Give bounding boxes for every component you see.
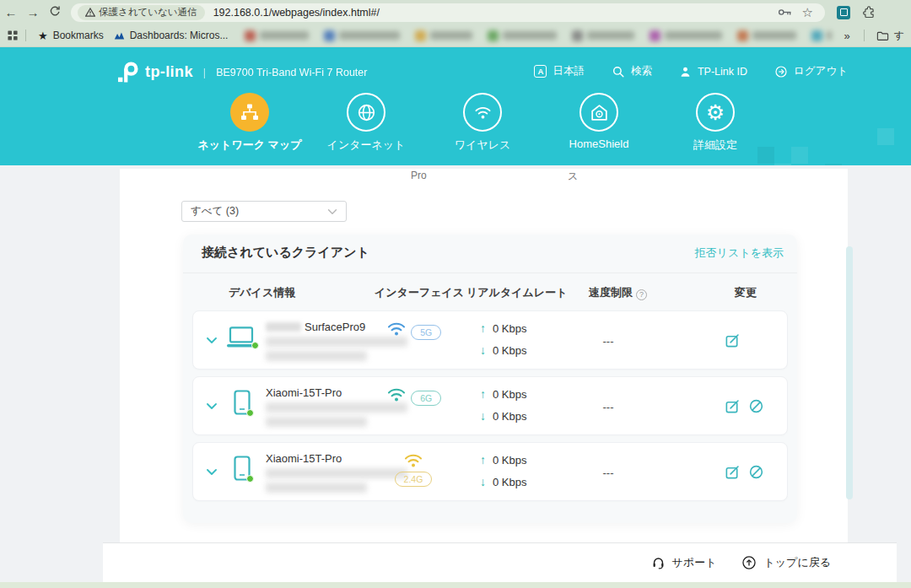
upload-rate: 0 Kbps — [493, 322, 526, 335]
download-arrow-icon: ↓ — [480, 476, 486, 488]
blurred-bookmarks — [245, 30, 832, 41]
search-button[interactable]: 検索 — [612, 64, 652, 78]
wifi-band-icon — [402, 451, 424, 467]
upload-arrow-icon: ↑ — [480, 388, 486, 400]
bookmarks-folder-item[interactable]: ★ Bookmarks — [38, 30, 104, 41]
upload-arrow-icon: ↑ — [480, 454, 486, 466]
help-icon[interactable]: ? — [636, 289, 647, 300]
expand-chevron-icon[interactable] — [206, 468, 218, 476]
nav-item-network-map[interactable]: ネットワーク マップ — [199, 93, 300, 153]
nav-item-internet[interactable]: インターネット — [315, 93, 417, 153]
password-key-icon[interactable] — [778, 7, 792, 18]
brand: tp-link | BE9700 Tri-Band Wi-Fi 7 Router — [117, 62, 367, 83]
page-footer: サポート トップに戻る — [103, 542, 897, 582]
block-icon[interactable] — [748, 464, 764, 480]
model-label: BE9700 Tri-Band Wi-Fi 7 Router — [216, 67, 367, 78]
realtime-rate-cell: ↑0 Kbps ↓0 Kbps — [480, 453, 526, 488]
interface-cell: 6G — [384, 386, 443, 406]
download-rate: 0 Kbps — [493, 344, 526, 357]
online-status-dot — [251, 342, 259, 349]
tplink-logo — [117, 62, 140, 83]
nav-item-wireless[interactable]: ワイヤレス — [432, 93, 533, 153]
search-label: 検索 — [631, 64, 652, 78]
reload-button[interactable] — [44, 4, 66, 20]
language-button[interactable]: A 日本語 — [534, 64, 585, 78]
band-badge: 6G — [411, 391, 441, 406]
band-badge: 5G — [411, 325, 441, 340]
edit-icon[interactable] — [725, 398, 741, 414]
wifi-band-icon — [385, 386, 407, 402]
bookmark-star-icon[interactable]: ☆ — [802, 6, 813, 19]
expand-chevron-icon[interactable] — [206, 402, 218, 410]
dashboards-bookmark[interactable]: Dashboards: Micros... — [114, 30, 229, 41]
nav-item-homeshield[interactable]: HomeShield — [548, 93, 650, 153]
blurred-ip — [266, 483, 367, 493]
nav-label: インターネット — [327, 138, 406, 153]
upload-rate: 0 Kbps — [493, 388, 526, 401]
omnibox[interactable]: 保護されていない通信 192.168.0.1/webpages/index.ht… — [71, 3, 825, 22]
edit-icon[interactable] — [725, 464, 741, 480]
forward-button[interactable]: → — [22, 5, 44, 19]
support-label: サポート — [672, 555, 717, 570]
clipped-device-label: ス — [568, 170, 578, 184]
back-button[interactable]: ← — [0, 5, 22, 19]
col-modify: 変更 — [735, 285, 757, 300]
block-icon[interactable] — [748, 398, 764, 414]
realtime-rate-cell: ↑0 Kbps ↓0 Kbps — [480, 387, 526, 423]
star-icon: ★ — [38, 30, 48, 41]
col-realtime-rate: リアルタイムレート — [466, 285, 567, 300]
nav-item-advanced-settings[interactable]: ⚙ 詳細設定 — [665, 93, 766, 153]
security-badge[interactable]: 保護されていない通信 — [78, 5, 205, 20]
row-actions — [725, 332, 741, 348]
apps-grid-icon[interactable] — [7, 30, 19, 41]
bookmarks-overflow-button[interactable]: » — [844, 30, 849, 42]
nav-label: ワイヤレス — [455, 138, 511, 153]
wireless-icon — [472, 102, 493, 123]
back-to-top-label: トップに戻る — [763, 555, 831, 570]
logout-icon — [774, 65, 788, 78]
reload-icon — [48, 4, 62, 18]
upload-rate: 0 Kbps — [493, 454, 526, 467]
chevron-down-icon — [327, 208, 337, 215]
deco-square — [877, 128, 894, 145]
warning-icon — [85, 8, 95, 17]
language-label: 日本語 — [553, 64, 585, 78]
back-to-top-button[interactable]: トップに戻る — [741, 555, 831, 570]
support-button[interactable]: サポート — [651, 555, 717, 570]
security-badge-label: 保護されていない通信 — [99, 6, 197, 19]
folder-icon — [876, 30, 889, 41]
client-row: Xiaomi-15T-Pro 6G ↑0 Kbps ↓0 Kbps --- — [192, 376, 788, 435]
tplink-id-button[interactable]: TP-Link ID — [679, 64, 747, 78]
brand-divider: | — [203, 66, 206, 78]
all-bookmarks-button[interactable]: す — [876, 29, 904, 43]
content-card: Pro ス すべて (3) 接続されているクライアント 拒否リストを表示 デバイ… — [120, 169, 848, 542]
expand-chevron-icon[interactable] — [206, 337, 218, 344]
url-text[interactable]: 192.168.0.1/webpages/index.html#/ — [213, 7, 380, 19]
logout-button[interactable]: ログアウト — [774, 64, 848, 78]
interface-cell: 2.4G — [384, 451, 443, 487]
download-rate: 0 Kbps — [493, 476, 526, 488]
language-icon: A — [534, 65, 547, 78]
blocklist-link[interactable]: 拒否リストを表示 — [695, 245, 784, 261]
client-rows: SurfacePro9 5G ↑0 Kbps ↓0 Kbps --- — [192, 310, 788, 508]
client-row: Xiaomi-15T-Pro 2.4G ↑0 Kbps ↓0 Kbps --- — [192, 442, 788, 501]
online-status-dot — [246, 409, 254, 417]
speed-limit-value: --- — [588, 335, 628, 348]
logout-label: ログアウト — [794, 64, 848, 78]
network-map-icon — [239, 101, 261, 123]
phone-icon — [232, 390, 252, 416]
all-bookmarks-label: す — [894, 29, 904, 43]
top-arrow-icon — [741, 555, 757, 570]
screen: ← → 保護されていない通信 192.168.0.1/webpages/inde… — [0, 0, 911, 588]
main-nav: ネットワーク マップ インターネット — [199, 93, 766, 153]
band-badge: 2.4G — [395, 472, 433, 487]
download-arrow-icon: ↓ — [480, 410, 486, 422]
scrollbar-thumb[interactable] — [846, 246, 853, 499]
client-filter-dropdown[interactable]: すべて (3) — [181, 201, 347, 222]
edit-icon[interactable] — [725, 332, 741, 348]
device-name: SurfacePro9 — [305, 321, 365, 333]
advanced-settings-icon: ⚙ — [706, 102, 725, 123]
col-speed-limit: 速度制限? — [589, 285, 647, 300]
extension-icon[interactable] — [837, 6, 850, 19]
extensions-puzzle-icon[interactable] — [862, 5, 876, 19]
